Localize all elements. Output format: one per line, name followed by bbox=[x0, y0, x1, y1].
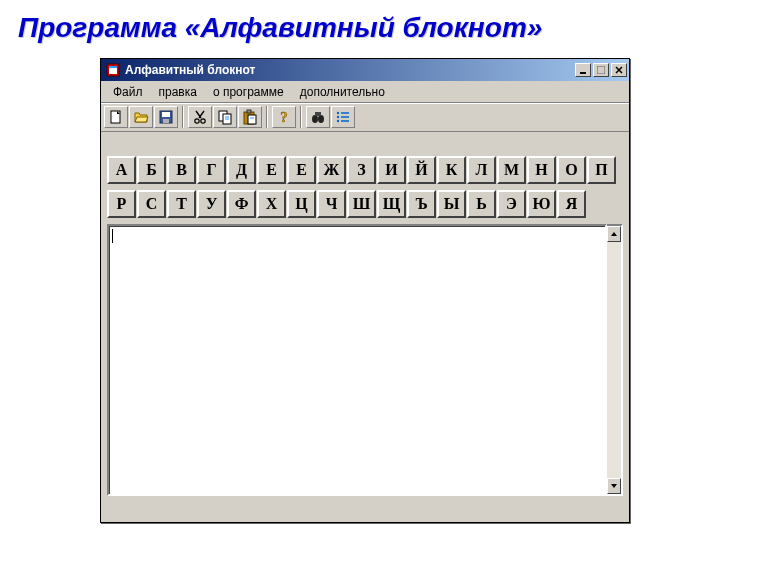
alpha-letter-button[interactable]: Й bbox=[407, 156, 436, 184]
alpha-letter-button[interactable]: Х bbox=[257, 190, 286, 218]
alpha-letter-button[interactable]: Р bbox=[107, 190, 136, 218]
binoculars-icon bbox=[310, 109, 326, 125]
alpha-letter-button[interactable]: Щ bbox=[377, 190, 406, 218]
open-folder-icon bbox=[133, 109, 149, 125]
alpha-letter-button[interactable]: Ю bbox=[527, 190, 556, 218]
svg-rect-2 bbox=[109, 66, 117, 68]
alpha-letter-button[interactable]: Ы bbox=[437, 190, 466, 218]
alpha-letter-button[interactable]: Ц bbox=[287, 190, 316, 218]
chevron-down-icon bbox=[610, 483, 618, 489]
alpha-letter-button[interactable]: К bbox=[437, 156, 466, 184]
alpha-letter-button[interactable]: А bbox=[107, 156, 136, 184]
svg-point-20 bbox=[312, 115, 318, 123]
alpha-letter-button[interactable]: З bbox=[347, 156, 376, 184]
minimize-button[interactable] bbox=[575, 63, 591, 77]
scroll-up-button[interactable] bbox=[607, 226, 621, 242]
menu-file[interactable]: Файл bbox=[105, 83, 151, 101]
alpha-letter-button[interactable]: В bbox=[167, 156, 196, 184]
vertical-scrollbar[interactable] bbox=[607, 224, 623, 496]
page-title: Программа «Алфавитный блокнот» bbox=[18, 12, 768, 44]
scroll-down-button[interactable] bbox=[607, 478, 621, 494]
svg-point-21 bbox=[318, 115, 324, 123]
titlebar[interactable]: Алфавитный блокнот bbox=[101, 59, 629, 81]
paste-button[interactable] bbox=[238, 106, 262, 128]
alpha-letter-button[interactable]: Т bbox=[167, 190, 196, 218]
scrollbar-track[interactable] bbox=[607, 242, 621, 478]
svg-point-24 bbox=[337, 116, 339, 118]
alpha-letter-button[interactable]: Н bbox=[527, 156, 556, 184]
chevron-up-icon bbox=[610, 231, 618, 237]
alpha-letter-button[interactable]: Ъ bbox=[407, 190, 436, 218]
svg-rect-17 bbox=[248, 115, 256, 124]
alpha-letter-button[interactable]: Л bbox=[467, 156, 496, 184]
menubar: Файл правка о программе дополнительно bbox=[101, 81, 629, 103]
copy-icon bbox=[217, 109, 233, 125]
svg-rect-22 bbox=[315, 112, 321, 116]
open-button[interactable] bbox=[129, 106, 153, 128]
alpha-letter-button[interactable]: Э bbox=[497, 190, 526, 218]
menu-edit[interactable]: правка bbox=[151, 83, 205, 101]
svg-point-25 bbox=[337, 120, 339, 122]
svg-rect-8 bbox=[163, 119, 169, 123]
list-icon bbox=[335, 109, 351, 125]
alphabet-panel: АБВГДЕЕЖЗИЙКЛМНОП РСТУФХЦЧШЩЪЫЬЭЮЯ bbox=[107, 156, 623, 218]
paste-icon bbox=[242, 109, 258, 125]
help-icon: ? bbox=[276, 109, 292, 125]
alpha-letter-button[interactable]: Ф bbox=[227, 190, 256, 218]
sort-button[interactable] bbox=[331, 106, 355, 128]
alpha-letter-button[interactable]: Ш bbox=[347, 190, 376, 218]
save-disk-icon bbox=[158, 109, 174, 125]
maximize-button[interactable] bbox=[593, 63, 609, 77]
help-button[interactable]: ? bbox=[272, 106, 296, 128]
new-button[interactable] bbox=[104, 106, 128, 128]
close-button[interactable] bbox=[611, 63, 627, 77]
app-icon bbox=[105, 62, 121, 78]
alphabet-row-2: РСТУФХЦЧШЩЪЫЬЭЮЯ bbox=[107, 190, 623, 218]
svg-point-10 bbox=[201, 119, 205, 123]
svg-text:?: ? bbox=[280, 109, 288, 125]
svg-rect-7 bbox=[162, 112, 170, 117]
toolbar-separator bbox=[182, 106, 184, 128]
text-caret bbox=[112, 229, 113, 243]
cut-button[interactable] bbox=[188, 106, 212, 128]
alpha-letter-button[interactable]: И bbox=[377, 156, 406, 184]
find-button[interactable] bbox=[306, 106, 330, 128]
alpha-letter-button[interactable]: М bbox=[497, 156, 526, 184]
text-editor[interactable] bbox=[107, 224, 607, 496]
alpha-letter-button[interactable]: Е bbox=[287, 156, 316, 184]
toolbar-separator bbox=[300, 106, 302, 128]
alpha-letter-button[interactable]: Ь bbox=[467, 190, 496, 218]
alpha-letter-button[interactable]: Ж bbox=[317, 156, 346, 184]
svg-rect-3 bbox=[580, 72, 586, 74]
alpha-letter-button[interactable]: С bbox=[137, 190, 166, 218]
alpha-letter-button[interactable]: Г bbox=[197, 156, 226, 184]
menu-extra[interactable]: дополнительно bbox=[292, 83, 393, 101]
alpha-letter-button[interactable]: Е bbox=[257, 156, 286, 184]
copy-button[interactable] bbox=[213, 106, 237, 128]
app-window: Алфавитный блокнот Файл правка о програм… bbox=[100, 58, 630, 523]
toolbar: ? bbox=[101, 103, 629, 132]
scissors-icon bbox=[192, 109, 208, 125]
alpha-letter-button[interactable]: У bbox=[197, 190, 226, 218]
svg-rect-4 bbox=[597, 66, 605, 74]
save-button[interactable] bbox=[154, 106, 178, 128]
svg-point-23 bbox=[337, 112, 339, 114]
new-file-icon bbox=[108, 109, 124, 125]
alpha-letter-button[interactable]: Ч bbox=[317, 190, 346, 218]
editor-area bbox=[107, 224, 623, 496]
window-controls bbox=[573, 63, 627, 77]
window-title: Алфавитный блокнот bbox=[125, 63, 573, 77]
alpha-letter-button[interactable]: П bbox=[587, 156, 616, 184]
alpha-letter-button[interactable]: Б bbox=[137, 156, 166, 184]
svg-rect-16 bbox=[247, 110, 251, 113]
svg-point-9 bbox=[195, 119, 199, 123]
alpha-letter-button[interactable]: О bbox=[557, 156, 586, 184]
alphabet-row-1: АБВГДЕЕЖЗИЙКЛМНОП bbox=[107, 156, 623, 184]
menu-about[interactable]: о программе bbox=[205, 83, 292, 101]
alpha-letter-button[interactable]: Я bbox=[557, 190, 586, 218]
alpha-letter-button[interactable]: Д bbox=[227, 156, 256, 184]
toolbar-separator bbox=[266, 106, 268, 128]
